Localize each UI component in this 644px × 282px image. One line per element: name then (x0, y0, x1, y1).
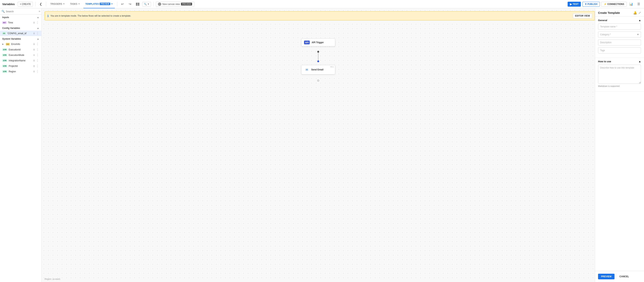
nav-divider-4 (153, 2, 154, 6)
more-options-icon[interactable]: ⋮ (36, 59, 39, 62)
section-header-config[interactable]: Config Variables ▲ (0, 25, 42, 31)
send-email-node[interactable]: ID:1 ✉ Send Email (301, 65, 335, 74)
bell-icon[interactable]: 🔔 (633, 11, 637, 14)
variable-count: 0 (34, 70, 34, 73)
expand-icon[interactable]: ▶ (2, 43, 4, 45)
node-id-badge: ID:1 (330, 66, 334, 68)
zoom-search-icon: 🔍 (144, 3, 147, 5)
list-item[interactable]: ▶ {U} ErrorInfo 0 ⋮ (0, 41, 42, 47)
more-options-icon[interactable]: ⋮ (36, 21, 39, 24)
tags-field (598, 47, 641, 53)
svg-rect-2 (136, 4, 138, 5)
zoom-control[interactable]: 🔍 ▼ (142, 2, 151, 6)
template-name-field (598, 24, 641, 30)
section-header-inputs[interactable]: Inputs ▲ (0, 14, 42, 20)
connector-dot-top (317, 51, 319, 53)
tags-input[interactable] (598, 47, 641, 53)
type-badge-int: INT (2, 21, 6, 24)
more-options-icon[interactable]: ⋮ (36, 53, 39, 57)
variable-name: ExecutionMode (9, 54, 32, 56)
more-options-icon[interactable]: ⋮ (36, 70, 39, 73)
description-input[interactable] (598, 39, 641, 45)
publish-button[interactable]: ⬆ PUBLISH (582, 2, 600, 6)
api-trigger-label: API Trigger (312, 41, 324, 44)
send-email-label: Send Email (311, 68, 324, 71)
list-item[interactable]: STR ProjectId 0 ⋮ (0, 63, 42, 69)
variable-count: 0 (34, 48, 34, 51)
filter-icon[interactable]: ≡ (39, 10, 40, 13)
tab-triggers[interactable]: TRIGGERS ▼ (48, 0, 67, 8)
region-label: Region: us-east1 (44, 278, 60, 280)
zoom-dropdown-arrow: ▼ (148, 3, 149, 5)
list-item[interactable]: STR Region 0 ⋮ (0, 69, 42, 74)
nav-divider-3 (117, 2, 117, 6)
layout-icon[interactable] (134, 1, 141, 7)
list-item[interactable]: INT Time 0 ⋮ (0, 20, 42, 25)
section-header-system[interactable]: System Variables ▲ (0, 36, 42, 41)
preview-button[interactable]: PREVIEW (598, 274, 614, 279)
email-icon: ✉ (304, 67, 309, 72)
variable-count: 0 (34, 43, 34, 45)
variable-name: ExecutionId (9, 48, 32, 51)
chart-icon[interactable]: 📊 (628, 1, 634, 7)
canvas-area[interactable]: ℹ You are in template mode. The below fl… (42, 8, 595, 282)
connections-button[interactable]: ⚡ CONNECTIONS (601, 2, 626, 6)
template-name-input[interactable] (598, 24, 641, 30)
template-mode-banner: ℹ You are in template mode. The below fl… (44, 11, 595, 20)
top-nav: Variables + CREATE ❮ TRIGGERS ▼ TASKS ▼ … (0, 0, 644, 8)
category-field: Category * ▼ (598, 31, 641, 38)
variable-count: 0 (34, 59, 34, 62)
tab-tasks[interactable]: TASKS ▼ (68, 0, 82, 8)
api-trigger-node[interactable]: API API Trigger (301, 38, 335, 46)
menu-icon[interactable]: ☰ (636, 1, 642, 7)
banner-text: You are in template mode. The below flow… (50, 14, 571, 17)
info-icon: ℹ (48, 14, 48, 18)
svg-rect-0 (136, 3, 138, 4)
how-to-use-section-header[interactable]: How to use ▲ (598, 60, 641, 63)
search-input[interactable] (6, 10, 38, 13)
editor-view-button[interactable]: EDITOR VIEW (573, 13, 592, 18)
app-title: Variables (2, 2, 15, 6)
list-item[interactable]: [S] 'CONFIG_email_id' 0 ⋮ (0, 31, 42, 36)
how-to-use-field: Markdown is supported (598, 65, 641, 87)
how-to-use-section-title: How to use (598, 60, 611, 63)
main-content: 🔍 ≡ Inputs ▲ INT Time 0 ⋮ Config Variabl… (0, 8, 644, 282)
type-badge-str: STR (2, 70, 7, 73)
list-item[interactable]: STR ExecutionMode 0 ⋮ (0, 52, 42, 58)
general-section-header[interactable]: General ▲ (598, 19, 641, 22)
variable-name: Region (9, 70, 32, 73)
flow-connector-line (318, 52, 318, 62)
general-section-title: General (598, 19, 607, 22)
panel-footer: PREVIEW CANCEL (595, 271, 644, 282)
panel-header: Create Template 🔔 ⤢ (595, 8, 644, 17)
templates-preview-badge: PREVIEW (100, 3, 110, 5)
config-collapse-arrow: ▲ (37, 27, 39, 29)
more-options-icon[interactable]: ⋮ (36, 64, 39, 68)
svg-rect-1 (138, 3, 139, 4)
connector-dot-mid (317, 60, 319, 62)
variable-name: 'CONFIG_email_id' (7, 32, 32, 35)
cancel-button[interactable]: CANCEL (616, 274, 632, 279)
description-field (598, 39, 641, 45)
how-to-use-collapse-arrow: ▲ (638, 60, 641, 63)
redo-icon[interactable]: ↪ (127, 1, 133, 7)
more-options-icon[interactable]: ⋮ (36, 42, 39, 46)
test-button[interactable]: ▶ TEST (568, 2, 581, 6)
canvas-preview-badge: PREVIEW (181, 3, 192, 5)
list-item[interactable]: STR IntegrationName 0 ⋮ (0, 58, 42, 63)
api-icon: API (304, 41, 310, 44)
more-options-icon[interactable]: ⋮ (36, 48, 39, 51)
undo-icon[interactable]: ↩ (120, 1, 126, 7)
create-button[interactable]: + CREATE (18, 2, 33, 6)
variable-name: ProjectId (9, 65, 32, 67)
more-options-icon[interactable]: ⋮ (36, 31, 39, 35)
category-select[interactable]: Category * (598, 31, 641, 38)
collapse-icon[interactable]: ❮ (38, 1, 44, 7)
how-to-use-textarea[interactable] (598, 65, 641, 84)
expand-panel-icon[interactable]: ⤢ (638, 11, 641, 14)
type-badge-str: [S] (2, 32, 6, 34)
tab-templates[interactable]: TEMPLATES PREVIEW ▼ (84, 0, 115, 8)
connector-dot-bottom (317, 80, 319, 82)
variable-name: Time (8, 21, 32, 24)
list-item[interactable]: STR ExecutionId 0 ⋮ (0, 47, 42, 52)
